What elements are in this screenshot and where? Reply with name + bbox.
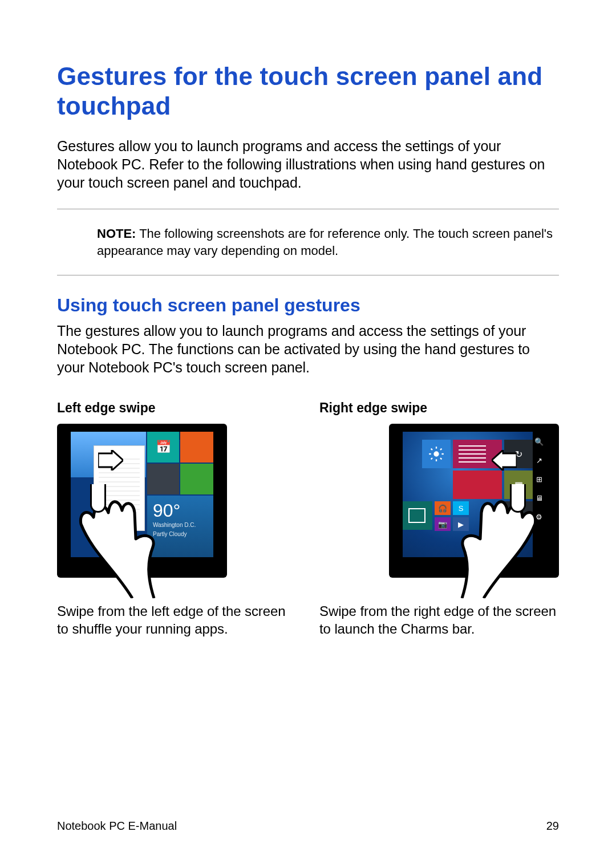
svg-marker-12 — [492, 450, 517, 470]
svg-point-3 — [433, 452, 439, 457]
swipe-arrow-right-icon — [98, 450, 123, 470]
gesture-left-title: Left edge swipe — [57, 400, 297, 416]
gesture-left-desc: Swipe from the left edge of the screen t… — [57, 603, 297, 638]
svg-rect-2 — [92, 484, 104, 511]
section-intro: The gestures allow you to launch program… — [57, 322, 559, 376]
note-label: NOTE: — [97, 226, 136, 241]
svg-line-8 — [431, 449, 432, 450]
weather-tile-icon — [422, 440, 451, 468]
gesture-right-illustration: ↻ ▦ 🎧 S 📷 ▶ ↻ 🔍↗⊞🖥⚙ — [319, 424, 559, 595]
svg-line-10 — [431, 458, 432, 459]
gesture-right-col: Right edge swipe ↻ ▦ 🎧 S — [319, 400, 559, 638]
note-block: NOTE: The following screenshots are for … — [57, 209, 559, 275]
svg-marker-0 — [98, 450, 123, 470]
svg-line-9 — [440, 458, 441, 459]
svg-line-11 — [440, 449, 441, 450]
page-title: Gestures for the touch screen panel and … — [57, 62, 559, 121]
svg-rect-14 — [512, 484, 524, 511]
gesture-row: Left edge swipe 90° Washington D.C. Part… — [57, 400, 559, 638]
footer-manual-name: Notebook PC E-Manual — [57, 820, 177, 833]
section-heading: Using touch screen panel gestures — [57, 295, 559, 316]
hand-gesture-icon — [415, 484, 564, 598]
gesture-left-col: Left edge swipe 90° Washington D.C. Part… — [57, 400, 297, 638]
gesture-left-illustration: 90° Washington D.C. Partly Cloudy — [57, 424, 297, 595]
gesture-right-desc: Swipe from the right edge of the screen … — [319, 603, 559, 638]
note-text: The following screenshots are for refere… — [97, 226, 553, 258]
gesture-right-title: Right edge swipe — [319, 400, 559, 416]
page-footer: Notebook PC E-Manual 29 — [57, 820, 559, 833]
hand-gesture-icon — [52, 484, 201, 598]
swipe-arrow-left-icon — [492, 450, 517, 470]
intro-paragraph: Gestures allow you to launch programs an… — [57, 137, 559, 192]
footer-page-number: 29 — [546, 820, 559, 833]
